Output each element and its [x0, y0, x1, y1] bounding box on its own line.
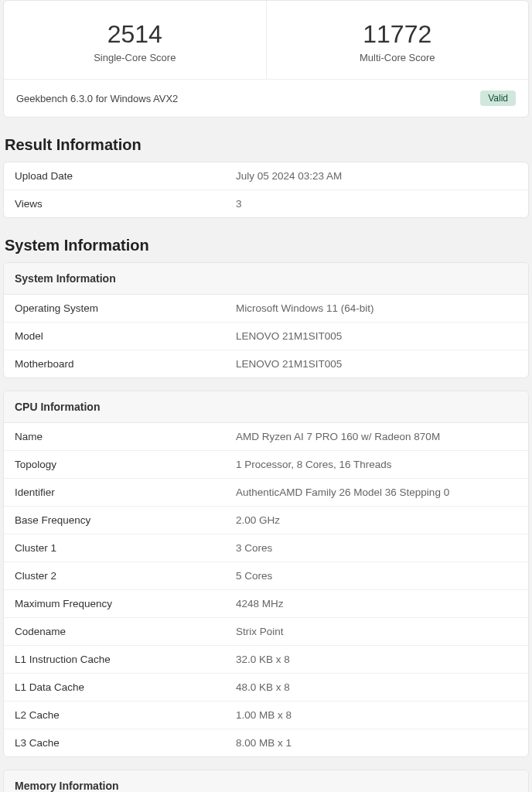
cpu-info-header: CPU Information [4, 391, 528, 423]
info-key: L2 Cache [15, 709, 236, 721]
result-info-title: Result Information [5, 136, 527, 154]
info-row: L1 Data Cache48.0 KB x 8 [4, 674, 528, 702]
info-val: 1.00 MB x 8 [236, 709, 517, 721]
info-val: 3 Cores [236, 542, 517, 554]
info-val: 8.00 MB x 1 [236, 737, 517, 749]
system-info-title: System Information [5, 237, 527, 254]
info-row: Base Frequency2.00 GHz [4, 507, 528, 534]
scores-row: 2514 Single-Core Score 11772 Multi-Core … [4, 1, 528, 79]
info-val: AuthenticAMD Family 26 Model 36 Stepping… [236, 486, 517, 498]
single-core-label: Single-Core Score [13, 52, 257, 63]
info-val: 1 Processor, 8 Cores, 16 Threads [236, 459, 517, 470]
score-card: 2514 Single-Core Score 11772 Multi-Core … [3, 0, 529, 118]
info-key: Codename [15, 626, 236, 637]
info-val: Strix Point [236, 626, 517, 637]
info-row: NameAMD Ryzen AI 7 PRO 160 w/ Radeon 870… [4, 423, 528, 451]
info-val: 3 [236, 198, 517, 210]
info-row: L3 Cache8.00 MB x 1 [4, 729, 528, 756]
info-val: July 05 2024 03:23 AM [236, 170, 517, 182]
info-key: Name [15, 431, 236, 442]
info-val: 5 Cores [236, 570, 517, 582]
info-val: 4248 MHz [236, 598, 517, 609]
info-val: 48.0 KB x 8 [236, 681, 517, 693]
info-row: CodenameStrix Point [4, 618, 528, 646]
single-core-value: 2514 [13, 19, 257, 49]
valid-badge: Valid [480, 90, 516, 106]
info-row: IdentifierAuthenticAMD Family 26 Model 3… [4, 479, 528, 507]
info-key: Operating System [15, 302, 236, 314]
info-row: Cluster 13 Cores [4, 534, 528, 562]
multi-core-value: 11772 [276, 19, 520, 49]
info-row: ModelLENOVO 21M1SIT005 [4, 323, 528, 350]
score-footer: Geekbench 6.3.0 for Windows AVX2 Valid [4, 79, 528, 117]
cpu-info-card: CPU Information NameAMD Ryzen AI 7 PRO 1… [3, 391, 529, 757]
info-val: 2.00 GHz [236, 514, 517, 526]
info-key: Base Frequency [15, 514, 236, 526]
memory-info-card: Memory Information Size63.15 GBTransfer … [3, 770, 529, 792]
info-key: L3 Cache [15, 737, 236, 749]
info-row: Topology1 Processor, 8 Cores, 16 Threads [4, 451, 528, 479]
info-key: Motherboard [15, 358, 236, 370]
info-val: 32.0 KB x 8 [236, 654, 517, 665]
system-info-card: System Information Operating SystemMicro… [3, 262, 529, 378]
info-key: Views [15, 198, 236, 210]
info-row: L1 Instruction Cache32.0 KB x 8 [4, 646, 528, 674]
info-row: Cluster 25 Cores [4, 562, 528, 590]
multi-core-label: Multi-Core Score [276, 52, 520, 63]
info-key: Cluster 2 [15, 570, 236, 582]
single-core-score: 2514 Single-Core Score [4, 1, 267, 79]
result-info-card: Upload DateJuly 05 2024 03:23 AMViews3 [3, 162, 529, 218]
info-val: LENOVO 21M1SIT005 [236, 358, 517, 370]
info-key: Maximum Frequency [15, 598, 236, 609]
info-key: Upload Date [15, 170, 236, 182]
version-text: Geekbench 6.3.0 for Windows AVX2 [16, 93, 178, 104]
info-key: L1 Instruction Cache [15, 654, 236, 665]
info-row: Maximum Frequency4248 MHz [4, 590, 528, 618]
info-key: Cluster 1 [15, 542, 236, 554]
info-row: Views3 [4, 190, 528, 217]
info-key: Identifier [15, 486, 236, 498]
info-row: Upload DateJuly 05 2024 03:23 AM [4, 162, 528, 190]
info-val: LENOVO 21M1SIT005 [236, 330, 517, 342]
info-row: Operating SystemMicrosoft Windows 11 (64… [4, 295, 528, 323]
info-key: Model [15, 330, 236, 342]
info-key: Topology [15, 459, 236, 470]
info-val: AMD Ryzen AI 7 PRO 160 w/ Radeon 870M [236, 431, 517, 442]
multi-core-score: 11772 Multi-Core Score [267, 1, 529, 79]
info-row: MotherboardLENOVO 21M1SIT005 [4, 350, 528, 377]
info-row: L2 Cache1.00 MB x 8 [4, 702, 528, 729]
system-info-header: System Information [4, 263, 528, 295]
memory-info-header: Memory Information [4, 770, 528, 792]
info-val: Microsoft Windows 11 (64-bit) [236, 302, 517, 314]
info-key: L1 Data Cache [15, 681, 236, 693]
